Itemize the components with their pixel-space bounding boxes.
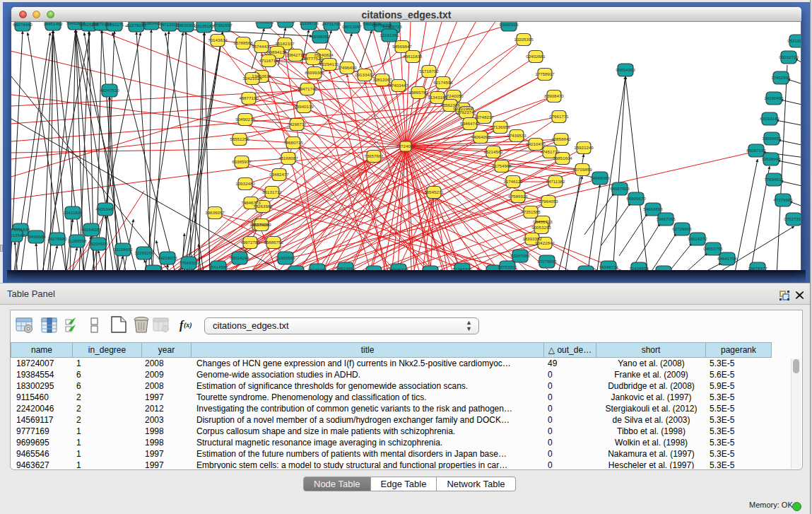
svg-text:24278680: 24278680: [47, 236, 67, 241]
svg-text:79911838: 79911838: [11, 227, 30, 232]
svg-text:02294131: 02294131: [319, 62, 339, 66]
svg-text:65414586: 65414586: [208, 264, 228, 269]
svg-text:15865780: 15865780: [408, 90, 428, 95]
svg-text:42513542: 42513542: [11, 233, 25, 238]
svg-text:43098050: 43098050: [310, 34, 330, 39]
svg-text:38721489: 38721489: [420, 269, 440, 270]
svg-text:47116719: 47116719: [259, 58, 278, 63]
svg-text:70143634: 70143634: [208, 37, 228, 42]
svg-text:74680715: 74680715: [283, 140, 303, 145]
svg-text:86999386: 86999386: [305, 70, 324, 75]
svg-text:86131712: 86131712: [262, 189, 282, 194]
svg-text:51343320: 51343320: [452, 267, 472, 270]
svg-text:55744431: 55744431: [252, 44, 271, 49]
svg-text:85067165: 85067165: [746, 148, 766, 153]
svg-text:17964053: 17964053: [539, 199, 558, 204]
svg-text:72628498: 72628498: [761, 156, 781, 161]
svg-text:07661771: 07661771: [549, 114, 569, 119]
svg-text:36851604: 36851604: [553, 156, 572, 160]
svg-text:00842710: 00842710: [286, 52, 305, 57]
svg-text:13678377: 13678377: [748, 266, 767, 270]
svg-text:73657661: 73657661: [364, 153, 384, 158]
svg-text:47379965: 47379965: [773, 197, 793, 202]
svg-text:34216073: 34216073: [158, 255, 177, 260]
svg-text:94210470: 94210470: [526, 141, 546, 146]
svg-text:04653755: 04653755: [703, 246, 723, 251]
svg-text:51718702: 51718702: [419, 69, 439, 74]
svg-text:77496499: 77496499: [337, 65, 357, 70]
svg-text:85014294: 85014294: [230, 255, 249, 260]
svg-text:18724007: 18724007: [396, 144, 416, 148]
svg-text:63287083: 63287083: [510, 253, 530, 258]
svg-text:81693406: 81693406: [143, 269, 163, 270]
svg-text:71434558: 71434558: [629, 266, 649, 270]
svg-text:64823662: 64823662: [336, 266, 355, 270]
svg-text:09133412: 09133412: [355, 72, 375, 77]
svg-text:96383465: 96383465: [141, 22, 161, 25]
svg-text:60385977: 60385977: [232, 159, 252, 164]
svg-text:90053293: 90053293: [531, 225, 551, 230]
svg-text:77694531: 77694531: [764, 177, 784, 182]
svg-text:56545271: 56545271: [424, 189, 444, 194]
svg-text:90490278: 90490278: [235, 117, 255, 122]
svg-text:30391171: 30391171: [105, 22, 124, 27]
svg-text:67136959: 67136959: [490, 124, 510, 129]
svg-text:97439533: 97439533: [507, 133, 526, 138]
svg-text:99468044: 99468044: [364, 269, 384, 270]
svg-text:12191361: 12191361: [379, 33, 399, 37]
svg-text:37543303: 37543303: [179, 260, 199, 265]
svg-text:79868727: 79868727: [576, 269, 596, 270]
svg-text:03482477: 03482477: [269, 172, 289, 177]
svg-text:36995777: 36995777: [389, 267, 408, 270]
svg-text:(x): (x): [184, 321, 192, 329]
svg-text:90422842: 90422842: [535, 240, 555, 245]
svg-text:04711382: 04711382: [546, 179, 565, 184]
svg-text:33158692: 33158692: [113, 247, 133, 252]
svg-text:32858842: 32858842: [551, 136, 571, 141]
svg-text:66978480: 66978480: [13, 22, 33, 27]
svg-text:35182337: 35182337: [275, 41, 295, 46]
svg-text:07527354: 07527354: [784, 216, 801, 221]
svg-text:44064090: 44064090: [471, 134, 490, 139]
svg-text:06431713: 06431713: [533, 219, 553, 224]
svg-text:47382997: 47382997: [213, 23, 233, 28]
svg-text:46247510: 46247510: [100, 88, 119, 93]
svg-text:73467065: 73467065: [656, 216, 676, 221]
svg-text:83908470: 83908470: [544, 93, 564, 98]
svg-text:95788568: 95788568: [233, 40, 253, 45]
svg-text:63193149: 63193149: [760, 116, 779, 121]
svg-text:37452991: 37452991: [771, 75, 791, 80]
svg-text:93990916: 93990916: [499, 22, 519, 27]
svg-text:09232719: 09232719: [779, 54, 799, 59]
svg-text:01965569: 01965569: [276, 255, 295, 260]
svg-text:36763201: 36763201: [498, 264, 517, 269]
svg-text:98569847: 98569847: [392, 44, 412, 49]
svg-text:32260256: 32260256: [134, 250, 154, 255]
svg-text:12411824: 12411824: [63, 210, 83, 215]
svg-text:49972787: 49972787: [240, 240, 260, 245]
svg-text:31746120: 31746120: [503, 179, 523, 184]
svg-text:11280598: 11280598: [67, 238, 87, 243]
svg-text:39636057: 39636057: [205, 210, 225, 215]
svg-text:15921249: 15921249: [574, 145, 594, 150]
svg-text:48877190: 48877190: [239, 95, 259, 100]
svg-text:99471746: 99471746: [298, 86, 317, 91]
svg-text:49894134: 49894134: [267, 49, 287, 54]
svg-text:66270289: 66270289: [252, 222, 271, 227]
svg-text:62729806: 62729806: [672, 226, 692, 231]
svg-text:17278895: 17278895: [537, 259, 557, 264]
svg-text:89611836: 89611836: [403, 54, 423, 59]
svg-text:02402681: 02402681: [526, 54, 546, 59]
svg-text:26204505: 26204505: [88, 241, 108, 246]
svg-text:64641708: 64641708: [717, 256, 737, 261]
svg-text:56551256: 56551256: [230, 136, 249, 141]
svg-text:37923747: 37923747: [457, 110, 476, 115]
svg-text:45168087: 45168087: [278, 156, 298, 160]
svg-text:10205395: 10205395: [514, 37, 534, 42]
svg-text:65940139: 65940139: [294, 104, 314, 109]
svg-text:19058651: 19058651: [762, 136, 782, 141]
svg-text:13709859: 13709859: [572, 167, 592, 172]
svg-text:62174596: 62174596: [433, 80, 453, 85]
svg-text:77351585: 77351585: [521, 209, 541, 214]
svg-text:78498084: 78498084: [26, 234, 46, 239]
